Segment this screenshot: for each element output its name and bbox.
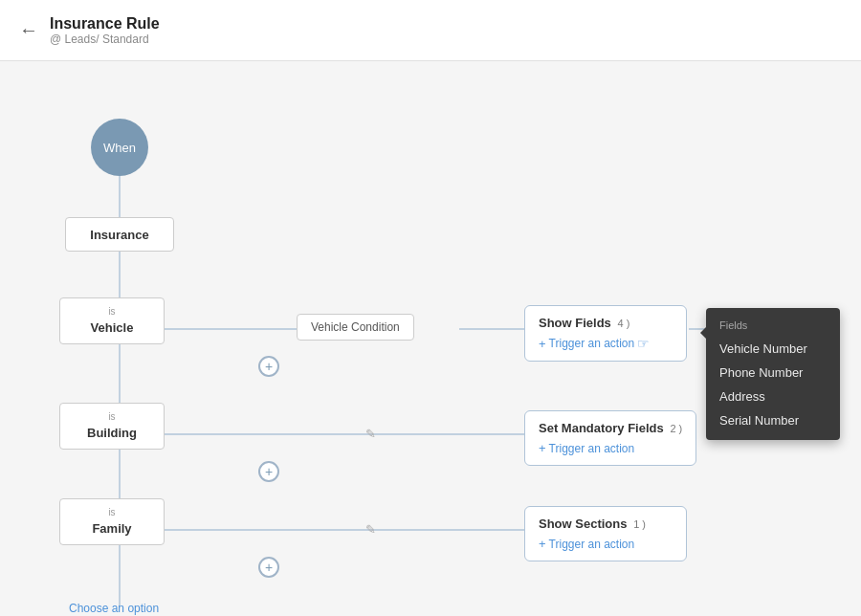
vehicle-is-label: is xyxy=(76,306,148,317)
trigger-plus-icon: + xyxy=(539,337,546,351)
plus-building-icon: + xyxy=(265,464,273,479)
insurance-label: Insurance xyxy=(90,228,148,242)
dropdown-header: Fields xyxy=(706,316,840,337)
trigger-plus-icon-3: + xyxy=(539,537,546,551)
canvas: When Insurance is Vehicle is Building is… xyxy=(0,61,861,616)
cursor-icon: ☞ xyxy=(637,336,650,351)
set-mandatory-node[interactable]: Set Mandatory Fields 2 ) + Trigger an ac… xyxy=(524,410,696,466)
vehicle-condition-label: Vehicle Condition xyxy=(311,320,400,334)
family-main-label: Family xyxy=(92,521,131,536)
family-node[interactable]: is Family xyxy=(59,498,165,545)
family-is-label: is xyxy=(76,507,148,517)
show-sections-trigger-label: Trigger an action xyxy=(549,538,635,551)
show-fields-node[interactable]: Show Fields 4 ) + Trigger an action ☞ xyxy=(524,305,687,362)
set-mandatory-title: Set Mandatory Fields 2 ) xyxy=(539,421,682,435)
dropdown-item-vehicle-number[interactable]: Vehicle Number xyxy=(706,337,840,361)
plus-family-icon: + xyxy=(265,560,273,575)
show-fields-count: 4 ) xyxy=(614,318,629,329)
set-mandatory-trigger-label: Trigger an action xyxy=(549,442,635,455)
edit-family-icon: ✎ xyxy=(365,522,376,537)
when-label: When xyxy=(103,141,136,155)
show-sections-count: 1 ) xyxy=(630,518,646,530)
back-icon: ← xyxy=(19,19,38,41)
set-mandatory-trigger-link[interactable]: + Trigger an action xyxy=(539,441,682,455)
vehicle-main-label: Vehicle xyxy=(91,320,134,335)
page-subtitle: @ Leads/ Standard xyxy=(50,33,160,46)
vehicle-condition-node[interactable]: Vehicle Condition xyxy=(297,314,414,341)
plus-building-button[interactable]: + xyxy=(258,461,279,482)
dropdown-item-address[interactable]: Address xyxy=(706,385,840,408)
header-info: Insurance Rule @ Leads/ Standard xyxy=(50,15,160,46)
set-mandatory-count: 2 ) xyxy=(667,423,682,434)
choose-option-label: Choose an option xyxy=(69,602,159,615)
dropdown-item-serial-number[interactable]: Serial Number xyxy=(706,408,840,432)
edit-family-button[interactable]: ✎ xyxy=(360,518,381,539)
plus-vehicle-icon: + xyxy=(265,359,273,374)
show-fields-title: Show Fields 4 ) xyxy=(539,316,673,330)
vehicle-node[interactable]: is Vehicle xyxy=(59,297,165,344)
dropdown-item-phone-number[interactable]: Phone Number xyxy=(706,361,840,385)
plus-vehicle-button[interactable]: + xyxy=(258,356,279,377)
show-sections-trigger-link[interactable]: + Trigger an action xyxy=(539,537,673,551)
building-main-label: Building xyxy=(87,426,137,440)
show-fields-trigger-link[interactable]: + Trigger an action ☞ xyxy=(539,336,673,351)
fields-dropdown: Fields Vehicle Number Phone Number Addre… xyxy=(706,308,840,440)
building-node[interactable]: is Building xyxy=(59,403,165,450)
trigger-plus-icon-2: + xyxy=(539,441,546,455)
when-node[interactable]: When xyxy=(91,119,148,176)
building-is-label: is xyxy=(76,411,148,422)
show-sections-node[interactable]: Show Sections 1 ) + Trigger an action xyxy=(524,506,687,561)
page-title: Insurance Rule xyxy=(50,15,160,33)
header: ← Insurance Rule @ Leads/ Standard xyxy=(0,0,861,61)
edit-building-button[interactable]: ✎ xyxy=(360,423,381,444)
insurance-node[interactable]: Insurance xyxy=(65,217,174,252)
choose-option-link[interactable]: Choose an option xyxy=(69,602,159,615)
edit-building-icon: ✎ xyxy=(365,427,376,441)
show-sections-title: Show Sections 1 ) xyxy=(539,517,673,531)
back-button[interactable]: ← xyxy=(19,19,38,41)
show-fields-trigger-label: Trigger an action xyxy=(549,337,635,350)
plus-family-button[interactable]: + xyxy=(258,557,279,578)
